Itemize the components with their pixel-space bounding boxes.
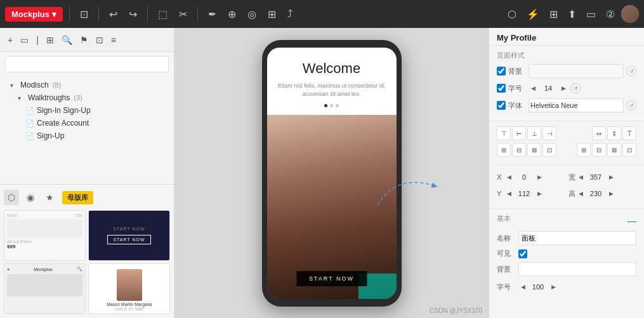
center-canvas[interactable]: Welcome Etiam nisl felis, maximus ut con…	[174, 28, 489, 318]
align-t-btn[interactable]: T	[622, 126, 636, 140]
name-input[interactable]	[518, 231, 636, 245]
align-left-btn[interactable]: ⊣	[542, 126, 556, 140]
fontfamily-select[interactable]: Helvetica Neue	[529, 98, 624, 112]
bg-basic-input[interactable]	[518, 262, 636, 276]
thumbnail-card-2[interactable]: START NOW START NOW	[88, 210, 170, 261]
bg-reset-btn[interactable]: ↺	[626, 66, 636, 76]
help-button[interactable]: ②	[602, 6, 619, 23]
fontsize-increase[interactable]: ▶	[559, 81, 568, 95]
rect-button[interactable]: ⊞	[264, 6, 280, 23]
avatar[interactable]	[621, 5, 639, 23]
x-decrease[interactable]: ◀	[504, 170, 513, 184]
dots-indicator	[277, 104, 386, 107]
export-button[interactable]: ⤴	[284, 6, 296, 22]
fontsize-decrease[interactable]: ◀	[529, 81, 537, 95]
width-increase[interactable]: ▶	[607, 170, 615, 184]
align-h-btn[interactable]: ⊡	[622, 143, 636, 157]
add-tool-button[interactable]: +	[5, 33, 15, 47]
list-tool-button[interactable]: ≡	[108, 33, 119, 47]
align-middle-btn[interactable]: ⊢	[512, 126, 526, 140]
redo-button[interactable]: ↪	[125, 6, 141, 23]
align-b-btn[interactable]: ⊟	[512, 143, 526, 157]
fontsize-basic-value: 100	[529, 283, 548, 291]
sidebar-search[interactable]	[5, 56, 169, 72]
mother-lib-button[interactable]: 母版库	[62, 191, 93, 204]
y-increase[interactable]: ▶	[535, 187, 544, 201]
tree-item-root[interactable]: ▾ Modisch (8)	[0, 79, 174, 91]
fontsize-basic-increase[interactable]: ▶	[549, 280, 558, 294]
toolbar-divider-1	[69, 6, 70, 22]
pen-button[interactable]: ✒	[204, 6, 220, 23]
height-increase[interactable]: ▶	[607, 187, 615, 201]
bg-checkbox[interactable]	[497, 67, 506, 76]
crop-button[interactable]: ✂	[175, 6, 191, 23]
y-decrease[interactable]: ◀	[504, 187, 513, 201]
sidebar-tools: + ▭ | ⊞ 🔍 ⚑ ⊡ ≡	[0, 28, 174, 52]
grid-button[interactable]: ⊞	[546, 6, 562, 23]
fontfamily-checkbox[interactable]	[497, 101, 506, 110]
tree-item-signin-signup[interactable]: 📄 Sign-In Sign-Up	[0, 104, 174, 117]
thumbnail-card-4[interactable]: Mason Martin Margiela Live & on Sale	[88, 263, 170, 314]
height-value: 230	[586, 190, 605, 197]
thumbnail-card-1[interactable]: NIKE 359 Air-LZ Force $99	[4, 210, 86, 261]
tree-item-create-account[interactable]: 📄 Create Account	[0, 117, 174, 129]
fontfamily-reset-btn[interactable]: ↺	[626, 100, 636, 110]
tree-item-walkthroughs[interactable]: ▾ Walktroughs (3)	[0, 91, 174, 104]
tree-item-signup[interactable]: 📄 Sign-Up	[0, 129, 174, 142]
fontsize-basic-decrease[interactable]: ◀	[518, 280, 527, 294]
align-a-btn[interactable]: ⊞	[497, 143, 511, 157]
position-section: X ◀ 0 ▶ 宽 ◀ 357 ▶ Y ◀ 112 ▶	[489, 165, 644, 209]
fontsize-stepper: ◀ 14 ▶	[529, 81, 568, 95]
circle-button[interactable]: ◎	[244, 6, 260, 23]
tab-layers[interactable]: ⬡	[4, 190, 19, 205]
share-button[interactable]: ⬡	[504, 6, 520, 23]
tab-favorites[interactable]: ★	[42, 190, 57, 205]
toolbar-divider-2	[98, 6, 99, 22]
fontsize-reset-btn[interactable]: ↺	[570, 83, 581, 93]
align-f-btn[interactable]: ⊟	[592, 143, 606, 157]
x-increase[interactable]: ▶	[535, 170, 544, 184]
rect-tool-button[interactable]: ▭	[18, 33, 31, 47]
align-e-btn[interactable]: ⊞	[577, 143, 591, 157]
align-top-btn[interactable]: ⊤	[497, 126, 511, 140]
upload-button[interactable]: ⬆	[564, 6, 580, 23]
dist-h-btn[interactable]: ⇔	[592, 126, 606, 140]
tab-components[interactable]: ◉	[23, 190, 38, 205]
align-g-btn[interactable]: ⊠	[607, 143, 621, 157]
dot-2	[330, 104, 333, 107]
toolbar-right: ⬡ ⚡ ⊞ ⬆ ▭ ②	[504, 5, 639, 23]
preview-frame-button[interactable]: ⬚	[154, 6, 171, 23]
fontsize-checkbox[interactable]	[497, 84, 506, 93]
align-c-btn[interactable]: ⊠	[527, 143, 541, 157]
csdn-watermark: CSDN @JYSX370	[430, 307, 482, 314]
save-button[interactable]: ⊡	[76, 6, 92, 23]
dist-v-btn[interactable]: ⇕	[607, 126, 621, 140]
start-now-overlay[interactable]: START NOW	[296, 271, 367, 286]
anchor-button[interactable]: ⊕	[224, 6, 240, 23]
width-decrease[interactable]: ◀	[576, 170, 585, 184]
fontfamily-label: 字体	[508, 101, 526, 110]
search-tool-button[interactable]: 🔍	[59, 33, 75, 47]
thumb-content-1: NIKE 359 Air-LZ Force $99	[4, 211, 85, 260]
brand-button[interactable]: Mockplus ▾	[5, 7, 63, 22]
layout-button[interactable]: ▭	[582, 6, 600, 23]
align-bottom-btn[interactable]: ⊥	[527, 126, 541, 140]
height-decrease[interactable]: ◀	[576, 187, 585, 201]
visible-checkbox[interactable]	[518, 249, 527, 258]
undo-button[interactable]: ↩	[105, 6, 121, 23]
basic-collapse-btn[interactable]: —	[628, 216, 636, 226]
fontsize-label: 字号	[508, 84, 526, 93]
component-tool-button[interactable]: ⊞	[44, 33, 56, 47]
visible-row: 可见	[497, 249, 636, 258]
thumbnail-card-3[interactable]: ≡ Mockplus 🔍	[4, 263, 86, 314]
align-d-btn[interactable]: ⊡	[542, 143, 556, 157]
collab-button[interactable]: ⚡	[523, 6, 543, 23]
page-style-title: 页面样式	[497, 51, 636, 60]
bg-input[interactable]	[529, 64, 624, 78]
top-toolbar: Mockplus ▾ ⊡ ↩ ↪ ⬚ ✂ ✒ ⊕ ◎ ⊞ ⤴ ⬡ ⚡ ⊞ ⬆ ▭…	[0, 0, 644, 28]
flag-tool-button[interactable]: ⚑	[77, 33, 91, 47]
avatar-image	[621, 5, 639, 23]
export-tool-button[interactable]: ⊡	[93, 33, 106, 47]
pipe-tool-button[interactable]: |	[34, 33, 41, 47]
y-group: Y ◀ 112 ▶	[497, 187, 565, 201]
